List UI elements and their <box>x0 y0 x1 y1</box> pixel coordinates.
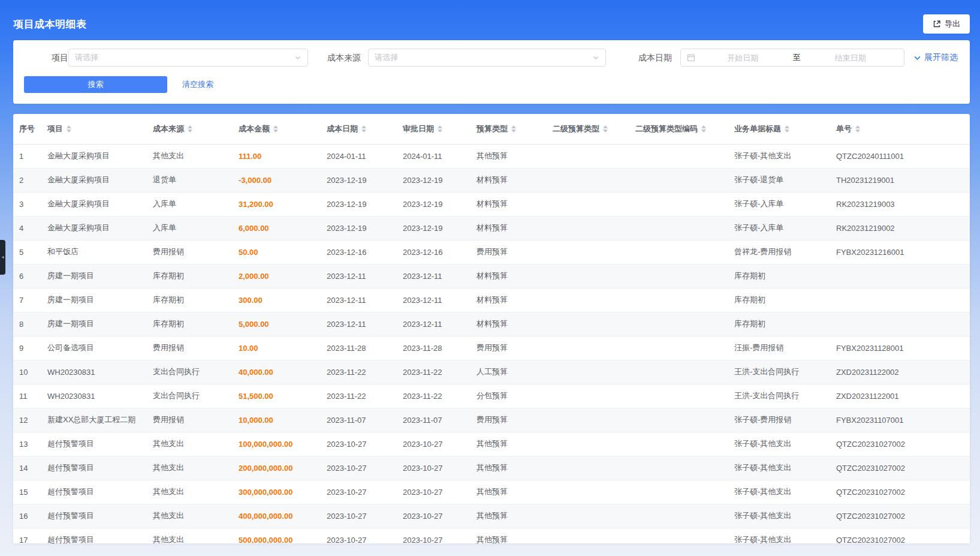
project-select-placeholder: 请选择 <box>75 52 294 63</box>
expand-filters-label: 展开筛选 <box>924 52 958 63</box>
table-cell: 张子硕-其他支出 <box>728 480 830 504</box>
project-select[interactable]: 请选择 <box>68 49 308 67</box>
table-cell: 材料预算 <box>471 192 547 216</box>
sort-icon[interactable] <box>701 125 706 133</box>
cost-date-filter-label: 成本日期 <box>638 49 672 67</box>
table-cell: 7 <box>13 288 41 312</box>
table-cell: 5,000.00 <box>233 312 321 336</box>
table-cell: 费用预算 <box>471 408 547 432</box>
column-header[interactable]: 单号 <box>830 114 970 144</box>
table-cell <box>629 384 728 408</box>
table-cell: 入库单 <box>147 216 233 240</box>
column-header[interactable]: 成本日期 <box>321 114 397 144</box>
table-cell: 超付预警项目 <box>41 480 147 504</box>
table-cell: 房建一期项目 <box>41 288 147 312</box>
table-cell <box>629 192 728 216</box>
table-cell: 其他预算 <box>471 144 547 168</box>
table-cell: 8 <box>13 312 41 336</box>
table-cell: 2,000.00 <box>233 264 321 288</box>
column-header[interactable]: 项目 <box>41 114 147 144</box>
table-cell: 其他预算 <box>471 456 547 480</box>
sort-icon[interactable] <box>67 125 71 133</box>
table-cell: 50.00 <box>233 240 321 264</box>
search-button[interactable]: 搜索 <box>24 76 167 93</box>
table-cell <box>547 144 629 168</box>
sort-icon[interactable] <box>785 125 789 133</box>
column-header-label: 单号 <box>836 124 852 134</box>
table-cell: ZXD20231122001 <box>830 384 970 408</box>
table-cell: 超付预警项目 <box>41 432 147 456</box>
table-cell: 2023-10-27 <box>321 480 397 504</box>
table-cell: 4 <box>13 216 41 240</box>
table-cell: 400,000,000.00 <box>233 504 321 528</box>
table-cell: 2023-12-19 <box>397 192 471 216</box>
column-header[interactable]: 成本金额 <box>233 114 321 144</box>
table-cell: QTZC20231027002 <box>830 528 970 543</box>
table-cell <box>547 528 629 543</box>
table-cell: 2024-01-11 <box>397 144 471 168</box>
table-cell: 2023-10-27 <box>321 456 397 480</box>
table-row: 13超付预警项目其他支出100,000,000.002023-10-272023… <box>13 432 970 456</box>
table-cell: 2023-12-19 <box>321 168 397 192</box>
column-header[interactable]: 二级预算类型编码 <box>629 114 728 144</box>
table-cell: 费用预算 <box>471 336 547 360</box>
cost-source-select[interactable]: 请选择 <box>368 49 606 67</box>
table-cell: 其他预算 <box>471 480 547 504</box>
table-cell: 其他支出 <box>147 456 233 480</box>
sort-icon[interactable] <box>855 125 860 133</box>
cost-date-range-picker[interactable]: 至 <box>680 49 904 67</box>
table-cell: 库存期初 <box>728 264 830 288</box>
column-header[interactable]: 预算类型 <box>471 114 547 144</box>
table-cell <box>629 504 728 528</box>
export-button[interactable]: 导出 <box>923 14 970 34</box>
clear-search-link[interactable]: 清空搜索 <box>182 76 213 93</box>
table-row: 3金融大厦采购项目入库单31,200.002023-12-192023-12-1… <box>13 192 970 216</box>
sort-icon[interactable] <box>361 125 366 133</box>
column-header-label: 审批日期 <box>403 124 434 134</box>
end-date-input[interactable] <box>803 53 898 62</box>
project-filter-label: 项目 <box>25 49 68 67</box>
table-cell: 库存期初 <box>728 288 830 312</box>
column-header[interactable]: 业务单据标题 <box>728 114 830 144</box>
column-header[interactable]: 二级预算类型 <box>547 114 629 144</box>
sort-icon[interactable] <box>511 125 516 133</box>
table-cell: 2023-11-22 <box>321 360 397 384</box>
table-cell: 13 <box>13 432 41 456</box>
table-cell: 16 <box>13 504 41 528</box>
table-cell: 2023-12-11 <box>397 312 471 336</box>
table-cell: 2023-12-19 <box>397 168 471 192</box>
table-row: 8房建一期项目库存期初5,000.002023-12-112023-12-11材… <box>13 312 970 336</box>
export-button-label: 导出 <box>945 19 960 29</box>
table-cell: FYBX20231216001 <box>830 240 970 264</box>
sort-icon[interactable] <box>603 125 608 133</box>
table-cell <box>629 240 728 264</box>
table-cell: 金融大厦采购项目 <box>41 144 147 168</box>
column-header[interactable]: 审批日期 <box>397 114 471 144</box>
chevron-down-icon <box>294 54 301 61</box>
table-row: 5和平饭店费用报销50.002023-12-162023-12-16费用预算曾祥… <box>13 240 970 264</box>
sort-icon[interactable] <box>438 125 442 133</box>
table-cell: 15 <box>13 480 41 504</box>
table-cell: 新建XX总部大厦工程二期 <box>41 408 147 432</box>
sort-icon[interactable] <box>188 125 192 133</box>
table-cell: 材料预算 <box>471 168 547 192</box>
sidebar-collapse-handle[interactable]: ◂ <box>0 240 5 275</box>
table-cell: 张子硕-其他支出 <box>728 504 830 528</box>
table-cell <box>830 264 970 288</box>
table-cell: 51,500.00 <box>233 384 321 408</box>
table-cell: 超付预警项目 <box>41 504 147 528</box>
table-cell <box>547 192 629 216</box>
start-date-input[interactable] <box>695 53 791 62</box>
table-cell <box>547 240 629 264</box>
table-cell: 费用报销 <box>147 336 233 360</box>
table-header-row: 序号项目成本来源成本金额成本日期审批日期预算类型二级预算类型二级预算类型编码业务… <box>13 114 970 144</box>
table-cell: 费用报销 <box>147 240 233 264</box>
table-cell: 支出合同执行 <box>147 384 233 408</box>
table-cell <box>547 288 629 312</box>
table-cell <box>547 504 629 528</box>
column-header[interactable]: 成本来源 <box>147 114 233 144</box>
table-cell: 300.00 <box>233 288 321 312</box>
sort-icon[interactable] <box>273 125 278 133</box>
table-cell: 6 <box>13 264 41 288</box>
expand-filters-link[interactable]: 展开筛选 <box>913 49 958 67</box>
